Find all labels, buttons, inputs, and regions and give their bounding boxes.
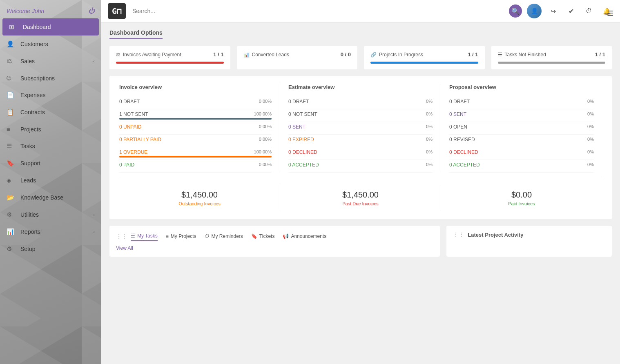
chevron-utilities-icon: ‹ [93, 212, 95, 217]
reports-icon: 📊 [7, 228, 16, 235]
stat-card-converted_leads[interactable]: 📊 Converted Leads 0 / 0 [237, 46, 358, 69]
overview-row[interactable]: 0 DRAFT 0% [288, 97, 433, 109]
overview-row[interactable]: 0 SENT 0% [449, 109, 594, 122]
view-all-link[interactable]: View All [116, 245, 433, 251]
stat-title-converted_leads: 📊 Converted Leads [243, 52, 289, 58]
topbar: ☰ G⊓ 🔍 👤 ↪ ✔ ⏱ 🔔 [101, 0, 620, 22]
ov-label: 0 DECLINED [288, 149, 317, 155]
summary-col-paid-invoices[interactable]: $0.00 Paid Invoices [441, 185, 602, 211]
sidebar-label-subscriptions: Subscriptions [20, 75, 55, 82]
sidebar-item-sales[interactable]: ⚖ Sales ‹ [0, 53, 101, 70]
dashboard-options-tab[interactable]: Dashboard Options [109, 29, 163, 39]
sidebar-item-customers[interactable]: 👤 Customers [0, 36, 101, 53]
sidebar-item-tasks[interactable]: ☰ Tasks [0, 138, 101, 155]
summary-col-past-due-invoices[interactable]: $1,450.00 Past Due Invoices [280, 185, 441, 211]
customers-icon: 👤 [7, 40, 16, 48]
stat-card-projects_in_progress[interactable]: 🔗 Projects In Progress 1 / 1 [364, 46, 485, 69]
sidebar-item-utilities[interactable]: ⚙ Utilities ‹ [0, 206, 101, 223]
overview-row[interactable]: 0 SENT 0% [288, 122, 433, 135]
sidebar-item-contracts[interactable]: 📋 Contracts [0, 104, 101, 121]
hamburger-icon[interactable]: ☰ [607, 9, 613, 18]
sidebar-item-setup[interactable]: ⚙ Setup [0, 240, 101, 257]
clock-icon[interactable]: ⏱ [582, 4, 595, 18]
sidebar-item-projects[interactable]: ≡ Projects [0, 121, 101, 138]
sidebar-item-reports[interactable]: 📊 Reports ‹ [0, 223, 101, 240]
sidebar-label-tasks: Tasks [20, 143, 35, 149]
drag-handle-icon: ⋮⋮ [116, 233, 127, 240]
stat-count-projects_in_progress: 1 / 1 [468, 51, 478, 58]
ov-value: 0% [426, 149, 433, 155]
ov-value: 0% [426, 99, 433, 104]
chevron-reports-icon: ‹ [93, 229, 95, 234]
knowledge_base-icon: 📂 [7, 194, 16, 201]
overview-row[interactable]: 0 ACCEPTED 0% [449, 160, 594, 173]
ov-label: 1 OVERDUE [119, 149, 147, 155]
checkmark-icon[interactable]: ✔ [564, 4, 578, 18]
tab-my_reminders[interactable]: ⏱ My Reminders [205, 232, 243, 241]
sidebar-item-dashboard[interactable]: ⊞ Dashboard [2, 18, 99, 36]
search-button[interactable]: 🔍 [509, 4, 522, 18]
overview-row[interactable]: 0 EXPIRED 0% [288, 135, 433, 147]
overview-row[interactable]: 0 PARTIALLY PAID 0.00% [119, 135, 272, 147]
ov-value: 0% [426, 124, 433, 130]
ov-value: 0.00% [259, 162, 272, 168]
subscriptions-icon: © [7, 75, 16, 82]
ov-label: 0 PARTIALLY PAID [119, 137, 161, 142]
tab-icon-announcements: 📢 [283, 233, 289, 239]
tab-icon-tickets: 🔖 [251, 233, 257, 239]
ov-label: 0 DECLINED [449, 149, 478, 155]
ov-value: 0% [587, 99, 594, 104]
summary-col-outstanding-invoices[interactable]: $1,450.00 Outstanding Invoices [119, 185, 280, 211]
summary-label: Past Due Invoices [285, 201, 436, 206]
nav-list: ⊞ Dashboard 👤 Customers ⚖ Sales ‹ © Subs… [0, 18, 101, 257]
tab-my_projects[interactable]: ≡ My Projects [166, 232, 196, 241]
search-input[interactable] [132, 8, 377, 14]
overview-row[interactable]: 0 PAID 0.00% [119, 160, 272, 173]
ov-label: 0 DRAFT [449, 99, 470, 104]
stat-card-invoices_awaiting[interactable]: ⚖ Invoices Awaiting Payment 1 / 1 [109, 46, 230, 69]
tab-tickets[interactable]: 🔖 Tickets [251, 232, 275, 241]
welcome-text: Welcome John [7, 8, 44, 14]
sales-icon: ⚖ [7, 58, 16, 65]
ov-label: 0 ACCEPTED [449, 162, 480, 168]
sidebar-item-expenses[interactable]: 📄 Expenses [0, 87, 101, 104]
estimate-overview-title: Estimate overview [288, 84, 433, 90]
overview-row[interactable]: 0 NOT SENT 0% [288, 109, 433, 122]
sidebar-item-knowledge_base[interactable]: 📂 Knowledge Base [0, 189, 101, 206]
ov-label: 0 PAID [119, 162, 134, 168]
stat-header-converted_leads: 📊 Converted Leads 0 / 0 [243, 51, 351, 58]
overview-row[interactable]: 0 DECLINED 0% [449, 147, 594, 160]
tab-my_tasks[interactable]: ☰ My Tasks [131, 231, 158, 241]
overview-row[interactable]: 1 NOT SENT 100.00% [119, 109, 272, 122]
ov-value: 0% [587, 137, 594, 142]
overview-row[interactable]: 0 DRAFT 0% [449, 97, 594, 109]
sidebar-item-support[interactable]: 🔖 Support [0, 155, 101, 172]
sidebar-label-knowledge_base: Knowledge Base [20, 194, 63, 201]
ov-value: 0% [587, 124, 594, 130]
ov-value: 0% [587, 111, 594, 117]
overview-row[interactable]: 0 DRAFT 0.00% [119, 97, 272, 109]
overview-row[interactable]: 0 UNPAID 0.00% [119, 122, 272, 135]
tab-label-tickets: Tickets [259, 233, 275, 239]
overview-row[interactable]: 1 OVERDUE 100.00% [119, 147, 272, 160]
sidebar-label-projects: Projects [20, 126, 41, 133]
stat-card-tasks_not_finished[interactable]: ☰ Tasks Not Finished 1 / 1 [491, 46, 612, 69]
sidebar-item-leads[interactable]: ◈ Leads [0, 172, 101, 189]
redirect-icon[interactable]: ↪ [546, 4, 560, 18]
overview-row[interactable]: 0 DECLINED 0% [288, 147, 433, 160]
dashboard: Dashboard Options ⚖ Invoices Awaiting Pa… [101, 22, 620, 364]
power-icon[interactable]: ⏻ [88, 7, 95, 15]
ov-label: 0 REVISED [449, 137, 475, 142]
user-avatar[interactable]: 👤 [527, 4, 542, 18]
bottom-tabs: ☰ My Tasks ≡ My Projects ⏱ My Reminders … [131, 231, 326, 241]
sidebar-item-subscriptions[interactable]: © Subscriptions [0, 70, 101, 87]
overview-row[interactable]: 0 OPEN 0% [449, 122, 594, 135]
summary-label: Paid Invoices [446, 201, 597, 206]
bottom-card-header: ⋮⋮ ☰ My Tasks ≡ My Projects ⏱ My Reminde… [116, 231, 433, 241]
overview-row[interactable]: 0 REVISED 0% [449, 135, 594, 147]
stat-header-projects_in_progress: 🔗 Projects In Progress 1 / 1 [370, 51, 478, 58]
sidebar-label-reports: Reports [20, 229, 40, 235]
tab-announcements[interactable]: 📢 Announcements [283, 232, 326, 241]
ov-value: 100.00% [254, 111, 272, 117]
overview-row[interactable]: 0 ACCEPTED 0% [288, 160, 433, 173]
